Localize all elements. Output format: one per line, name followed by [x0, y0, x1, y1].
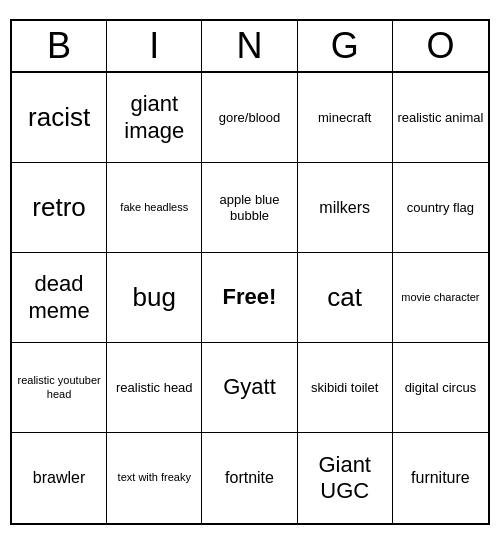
bingo-cell: Giant UGC: [298, 433, 393, 523]
bingo-cell: skibidi toilet: [298, 343, 393, 433]
bingo-cell: fortnite: [202, 433, 297, 523]
header-letter: I: [107, 21, 202, 71]
cell-text: giant image: [111, 91, 197, 144]
bingo-cell: text with freaky: [107, 433, 202, 523]
cell-text: skibidi toilet: [311, 380, 378, 396]
bingo-cell: country flag: [393, 163, 488, 253]
cell-text: realistic animal: [397, 110, 483, 126]
bingo-cell: Free!: [202, 253, 297, 343]
bingo-cell: fake headless: [107, 163, 202, 253]
cell-text: fake headless: [120, 201, 188, 214]
cell-text: bug: [133, 282, 176, 313]
bingo-cell: cat: [298, 253, 393, 343]
bingo-cell: apple blue bubble: [202, 163, 297, 253]
header-letter: G: [298, 21, 393, 71]
cell-text: milkers: [319, 198, 370, 217]
bingo-cell: gore/blood: [202, 73, 297, 163]
header-letter: B: [12, 21, 107, 71]
bingo-cell: minecraft: [298, 73, 393, 163]
bingo-cell: realistic youtuber head: [12, 343, 107, 433]
bingo-cell: retro: [12, 163, 107, 253]
bingo-cell: Gyatt: [202, 343, 297, 433]
cell-text: brawler: [33, 468, 85, 487]
bingo-card: BINGO racistgiant imagegore/bloodminecra…: [10, 19, 490, 525]
cell-text: country flag: [407, 200, 474, 216]
bingo-cell: furniture: [393, 433, 488, 523]
cell-text: fortnite: [225, 468, 274, 487]
header-letter: N: [202, 21, 297, 71]
cell-text: dead meme: [16, 271, 102, 324]
cell-text: Free!: [223, 284, 277, 310]
bingo-header: BINGO: [12, 21, 488, 73]
cell-text: furniture: [411, 468, 470, 487]
bingo-cell: racist: [12, 73, 107, 163]
header-letter: O: [393, 21, 488, 71]
cell-text: gore/blood: [219, 110, 280, 126]
bingo-cell: movie character: [393, 253, 488, 343]
bingo-cell: giant image: [107, 73, 202, 163]
cell-text: Giant UGC: [302, 452, 388, 505]
bingo-grid: racistgiant imagegore/bloodminecraftreal…: [12, 73, 488, 523]
bingo-cell: dead meme: [12, 253, 107, 343]
cell-text: realistic head: [116, 380, 193, 396]
cell-text: apple blue bubble: [206, 192, 292, 223]
cell-text: realistic youtuber head: [16, 374, 102, 400]
cell-text: Gyatt: [223, 374, 276, 400]
cell-text: retro: [32, 192, 85, 223]
cell-text: digital circus: [405, 380, 477, 396]
bingo-cell: milkers: [298, 163, 393, 253]
cell-text: racist: [28, 102, 90, 133]
cell-text: text with freaky: [118, 471, 191, 484]
bingo-cell: realistic animal: [393, 73, 488, 163]
cell-text: minecraft: [318, 110, 371, 126]
bingo-cell: brawler: [12, 433, 107, 523]
cell-text: cat: [327, 282, 362, 313]
cell-text: movie character: [401, 291, 479, 304]
bingo-cell: bug: [107, 253, 202, 343]
bingo-cell: realistic head: [107, 343, 202, 433]
bingo-cell: digital circus: [393, 343, 488, 433]
